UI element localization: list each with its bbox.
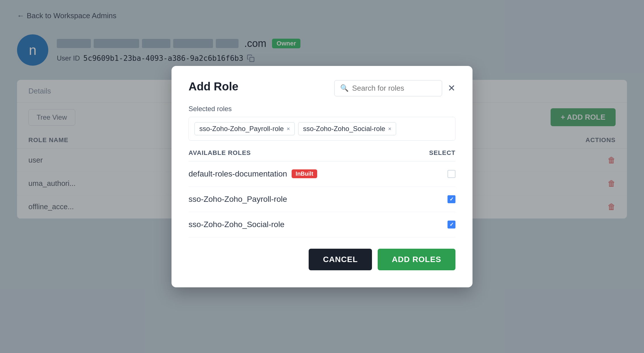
selected-roles-container: sso-Zoho-Zoho_Payroll-role × sso-Zoho-Zo… xyxy=(189,117,455,141)
role-row-documentation: default-roles-documentation InBuilt xyxy=(189,161,455,187)
available-roles-title: AVAILABLE ROLES xyxy=(189,149,251,157)
role-checkbox-documentation[interactable] xyxy=(448,170,455,178)
role-tag-label: sso-Zoho-Zoho_Payroll-role xyxy=(199,125,284,133)
role-name: sso-Zoho-Zoho_Payroll-role xyxy=(189,195,287,204)
role-tag-payroll: sso-Zoho-Zoho_Payroll-role × xyxy=(195,122,295,135)
selected-roles-label: Selected roles xyxy=(189,105,455,113)
search-box: 🔍 xyxy=(334,80,442,96)
role-row-social: sso-Zoho-Zoho_Social-role xyxy=(189,212,455,237)
search-icon: 🔍 xyxy=(340,84,349,92)
role-tag-remove-social[interactable]: × xyxy=(388,126,392,132)
modal-header: Add Role 🔍 ✕ xyxy=(189,80,455,96)
role-name: default-roles-documentation xyxy=(189,169,287,178)
add-role-modal: Add Role 🔍 ✕ Selected roles sso-Zoho-Zoh… xyxy=(172,66,472,287)
modal-overlay: Add Role 🔍 ✕ Selected roles sso-Zoho-Zoh… xyxy=(0,0,644,353)
close-button[interactable]: ✕ xyxy=(448,84,455,93)
add-roles-button[interactable]: ADD ROLES xyxy=(378,249,455,270)
role-tag-label: sso-Zoho-Zoho_Social-role xyxy=(303,125,385,133)
roles-list: default-roles-documentation InBuilt sso-… xyxy=(189,161,455,237)
role-checkbox-payroll[interactable] xyxy=(448,195,455,203)
modal-header-right: 🔍 ✕ xyxy=(334,80,455,96)
select-col-label: SELECT xyxy=(429,149,455,157)
role-row-left: sso-Zoho-Zoho_Payroll-role xyxy=(189,195,287,204)
modal-footer: CANCEL ADD ROLES xyxy=(189,249,455,270)
role-tag-remove-payroll[interactable]: × xyxy=(287,126,290,132)
search-input[interactable] xyxy=(352,84,436,93)
role-row-payroll: sso-Zoho-Zoho_Payroll-role xyxy=(189,187,455,212)
available-roles-header: AVAILABLE ROLES SELECT xyxy=(189,149,455,161)
role-row-left: sso-Zoho-Zoho_Social-role xyxy=(189,220,285,229)
cancel-button[interactable]: CANCEL xyxy=(309,249,372,270)
role-checkbox-social[interactable] xyxy=(448,221,455,229)
modal-title: Add Role xyxy=(189,80,239,93)
inbuilt-badge: InBuilt xyxy=(292,169,317,178)
role-tag-social: sso-Zoho-Zoho_Social-role × xyxy=(298,122,396,135)
role-row-left: default-roles-documentation InBuilt xyxy=(189,169,317,178)
role-name: sso-Zoho-Zoho_Social-role xyxy=(189,220,285,229)
